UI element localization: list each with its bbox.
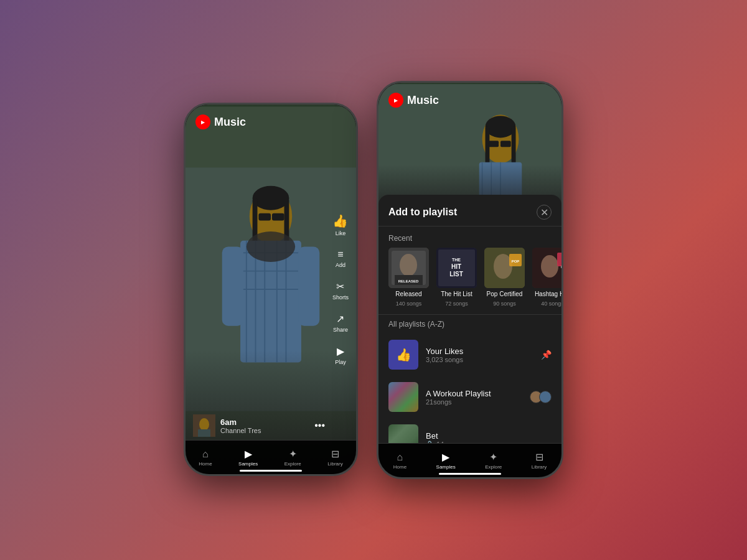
workout-name: A Workout Playlist <box>426 389 522 398</box>
left-phone: ▶ Music 👍 Like ≡ Add ✂ Shorts <box>184 103 358 476</box>
nav-library-left[interactable]: ⊟ Library <box>327 448 342 467</box>
recent-thumb-hitlist: THE HIT LIST <box>436 248 477 288</box>
add-icon: ≡ <box>337 249 343 260</box>
svg-text:HIT: HIT <box>451 263 461 270</box>
svg-rect-24 <box>198 429 210 437</box>
yourlikes-thumb: 👍 <box>388 340 418 370</box>
share-icon: ↗ <box>336 313 344 325</box>
library-icon-right: ⊟ <box>535 451 543 463</box>
nav-library-right[interactable]: ⊟ Library <box>532 451 547 470</box>
more-options-button[interactable]: ••• <box>314 420 325 431</box>
add-action[interactable]: ≡ Add <box>336 249 345 268</box>
home-icon-right: ⌂ <box>397 452 403 463</box>
svg-rect-20 <box>298 247 319 326</box>
left-song-info: 6am Channel Tres ••• <box>193 414 325 437</box>
recent-thumb-popcert: POP <box>484 248 525 288</box>
playlist-header: Add to playlist ✕ <box>378 195 561 226</box>
right-phone-screen: ▶ Music Add to playlist ✕ Recent <box>378 83 561 477</box>
bet-count: 🔒 14 songs <box>426 441 552 444</box>
recent-item-hashtag[interactable]: # Hits Hashtag Hits 40 songs <box>532 248 561 307</box>
recent-thumb-released: RELEASED <box>388 248 429 288</box>
shorts-icon: ✂ <box>336 281 344 292</box>
svg-point-41 <box>400 254 417 276</box>
pin-icon: 📌 <box>541 350 552 360</box>
left-phone-screen: ▶ Music 👍 Like ≡ Add ✂ Shorts <box>186 105 356 474</box>
shorts-action[interactable]: ✂ Shorts <box>332 281 349 301</box>
recent-item-released[interactable]: RELEASED Released 140 songs <box>388 248 429 307</box>
all-playlists-label: All playlists (A-Z) <box>378 314 561 334</box>
nav-samples-left[interactable]: ▶ Samples <box>238 448 258 467</box>
recent-item-popcertified[interactable]: POP Pop Certified 90 songs <box>484 248 525 307</box>
workout-info: A Workout Playlist 21songs <box>426 389 522 406</box>
svg-text:RELEASED: RELEASED <box>398 279 419 283</box>
recent-item-hitlist[interactable]: THE HIT LIST The Hit List 72 songs <box>436 248 477 307</box>
right-bottom-nav: ⌂ Home ▶ Samples ✦ Explore ⊟ Library <box>378 443 561 477</box>
samples-icon-left: ▶ <box>245 448 252 460</box>
workout-avatars <box>530 391 552 403</box>
svg-text:THE: THE <box>452 258 461 262</box>
recent-thumb-hashtag: # Hits <box>532 248 561 288</box>
song-thumbnail <box>193 414 215 437</box>
song-artist: Channel Tres <box>220 427 304 434</box>
nav-home-left[interactable]: ⌂ Home <box>199 449 212 467</box>
like-action[interactable]: 👍 Like <box>332 213 348 236</box>
home-indicator-left <box>240 470 302 472</box>
nav-home-right[interactable]: ⌂ Home <box>393 452 406 470</box>
svg-rect-55 <box>557 253 561 266</box>
right-music-header: ▶ Music <box>388 93 439 108</box>
svg-text:POP: POP <box>512 259 520 263</box>
yt-logo-left: ▶ <box>195 114 210 129</box>
bet-info: Bet 🔒 14 songs <box>426 431 552 444</box>
svg-text:Hits: Hits <box>561 265 561 269</box>
recent-label: Recent <box>378 226 561 248</box>
play-icon: ▶ <box>337 345 344 357</box>
svg-point-54 <box>541 255 558 278</box>
left-actions-panel: 👍 Like ≡ Add ✂ Shorts ↗ Share ▶ Play <box>332 213 349 365</box>
bet-name: Bet <box>426 431 552 441</box>
svg-rect-6 <box>258 213 271 221</box>
nav-explore-left[interactable]: ✦ Explore <box>284 448 301 467</box>
library-icon-left: ⊟ <box>331 448 339 460</box>
share-action[interactable]: ↗ Share <box>333 313 348 333</box>
close-button[interactable]: ✕ <box>537 205 552 220</box>
yt-logo-right: ▶ <box>388 93 403 108</box>
yourlikes-name: Your Likes <box>426 347 533 356</box>
song-name: 6am <box>220 418 304 427</box>
svg-point-3 <box>253 186 289 210</box>
bet-thumb <box>388 424 418 443</box>
yourlikes-count: 3,023 songs <box>426 356 533 363</box>
right-phone: ▶ Music Add to playlist ✕ Recent <box>377 81 563 479</box>
playlist-item-bet[interactable]: Bet 🔒 14 songs <box>378 418 561 443</box>
workout-thumb <box>388 382 418 412</box>
nav-explore-right[interactable]: ✦ Explore <box>485 451 502 470</box>
workout-count: 21songs <box>426 398 522 406</box>
playlist-overlay: Add to playlist ✕ Recent <box>378 195 561 443</box>
song-details: 6am Channel Tres <box>220 418 304 434</box>
like-icon: 👍 <box>332 213 348 228</box>
svg-rect-19 <box>222 247 243 326</box>
music-title-right: Music <box>407 94 439 107</box>
playlist-item-workout[interactable]: A Workout Playlist 21songs <box>378 376 561 418</box>
left-bottom-nav: ⌂ Home ▶ Samples ✦ Explore ⊟ Library <box>186 440 356 474</box>
recent-playlists-row: RELEASED Released 140 songs THE <box>378 248 561 314</box>
explore-icon-left: ✦ <box>289 448 297 460</box>
overlay-title: Add to playlist <box>388 207 457 218</box>
music-title-left: Music <box>214 116 246 129</box>
svg-rect-7 <box>272 213 284 221</box>
samples-icon-right: ▶ <box>442 451 449 463</box>
svg-point-18 <box>247 231 295 262</box>
bet-lock-icon: 🔒 <box>426 441 433 443</box>
explore-icon-right: ✦ <box>489 451 497 463</box>
home-indicator-right <box>439 473 501 475</box>
home-icon-left: ⌂ <box>202 449 209 460</box>
svg-point-23 <box>199 418 209 431</box>
play-action[interactable]: ▶ Play <box>335 345 346 365</box>
nav-samples-right[interactable]: ▶ Samples <box>436 451 456 470</box>
avatar-2 <box>539 391 552 403</box>
svg-text:LIST: LIST <box>449 271 463 278</box>
yourlikes-info: Your Likes 3,023 songs <box>426 347 533 363</box>
left-music-header: ▶ Music <box>195 114 246 129</box>
phones-container: ▶ Music 👍 Like ≡ Add ✂ Shorts <box>184 81 563 479</box>
playlist-item-yourlikes[interactable]: 👍 Your Likes 3,023 songs 📌 <box>378 334 561 376</box>
